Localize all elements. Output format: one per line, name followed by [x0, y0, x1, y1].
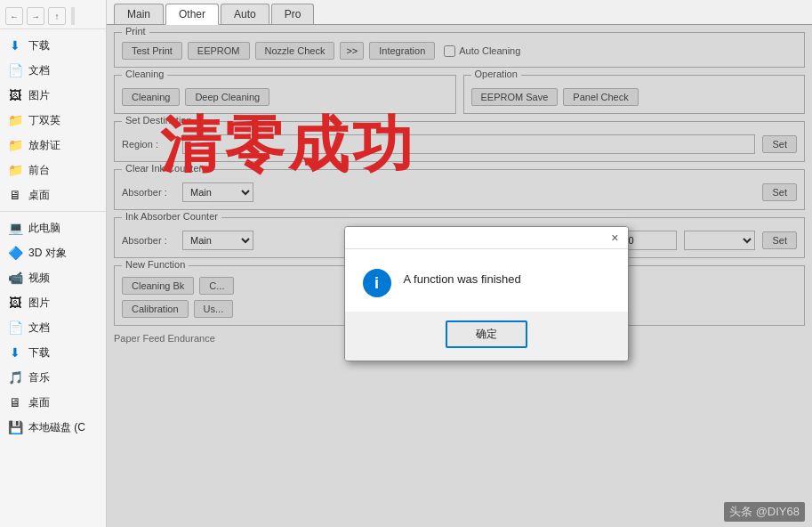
3d-icon: 🔷 — [7, 245, 23, 261]
desktop-icon: 🖥 — [7, 187, 23, 203]
music-icon: 🎵 — [7, 369, 23, 385]
sidebar-item-label: 3D 对象 — [28, 246, 67, 261]
tab-bar: Main Other Auto Pro — [107, 0, 812, 25]
folder-icon: 📁 — [7, 162, 23, 178]
back-button[interactable]: ← — [5, 7, 23, 25]
dialog-close-button[interactable]: × — [607, 231, 622, 245]
dialog-body: i A function was finished — [345, 249, 628, 312]
dialog-ok-button[interactable]: 确定 — [446, 320, 527, 348]
sidebar-item-3dobject[interactable]: 🔷 3D 对象 — [0, 240, 106, 265]
main-content: Main Other Auto Pro Print Test Print EEP… — [107, 0, 812, 527]
folder-icon: 📁 — [7, 112, 23, 128]
sidebar: ← → ↑ ⬇ 下载 📄 文档 🖼 图片 📁 丁双英 📁 放射证 📁 前台 🖥 … — [0, 0, 107, 527]
sidebar-item-label: 视频 — [28, 271, 50, 286]
sidebar-item-downloads[interactable]: ⬇ 下载 — [0, 33, 106, 58]
sidebar-item-label: 图片 — [28, 296, 50, 311]
sidebar-nav: ← → ↑ — [0, 4, 106, 29]
sidebar-item-label: 本地磁盘 (C — [28, 420, 85, 435]
up-button[interactable]: ↑ — [48, 7, 66, 25]
sidebar-item-label: 图片 — [28, 88, 50, 103]
sidebar-item-pictures2[interactable]: 🖼 图片 — [0, 290, 106, 315]
dialog: × i A function was finished 确定 — [344, 226, 629, 361]
desktop2-icon: 🖥 — [7, 394, 23, 410]
pictures-icon: 🖼 — [7, 87, 23, 103]
dialog-footer: 确定 — [345, 312, 628, 361]
sidebar-item-video[interactable]: 📹 视频 — [0, 265, 106, 290]
panel: Print Test Print EEPROM Nozzle Check >> … — [107, 25, 812, 527]
sidebar-item-desktop2[interactable]: 🖥 桌面 — [0, 390, 106, 415]
tab-auto[interactable]: Auto — [221, 4, 269, 24]
forward-button[interactable]: → — [27, 7, 44, 25]
sidebar-item-label: 放射证 — [28, 138, 60, 153]
sidebar-item-pictures[interactable]: 🖼 图片 — [0, 83, 106, 108]
sidebar-item-label: 下载 — [28, 345, 50, 361]
sidebar-item-label: 文档 — [28, 320, 50, 336]
sidebar-item-label: 文档 — [28, 63, 50, 78]
tab-other[interactable]: Other — [165, 4, 219, 25]
folder-icon: 📁 — [7, 137, 23, 153]
download2-icon: ⬇ — [7, 345, 23, 361]
info-icon: i — [363, 269, 391, 297]
sidebar-item-passport[interactable]: 📁 放射证 — [0, 133, 106, 158]
pictures2-icon: 🖼 — [7, 295, 23, 311]
tab-pro[interactable]: Pro — [271, 4, 315, 24]
sidebar-item-thispc[interactable]: 💻 此电脑 — [0, 215, 106, 240]
sidebar-item-label: 下载 — [28, 38, 50, 53]
sidebar-item-localdisk[interactable]: 💾 本地磁盘 (C — [0, 415, 106, 440]
download-icon: ⬇ — [7, 37, 23, 53]
sidebar-item-qiantai[interactable]: 📁 前台 — [0, 158, 106, 182]
sidebar-item-label: 丁双英 — [28, 113, 60, 128]
sidebar-item-music[interactable]: 🎵 音乐 — [0, 365, 106, 390]
document2-icon: 📄 — [7, 320, 23, 336]
sidebar-item-documents2[interactable]: 📄 文档 — [0, 315, 106, 340]
sidebar-item-label: 前台 — [28, 163, 50, 178]
sidebar-item-label: 音乐 — [28, 370, 50, 385]
dialog-message: A function was finished — [404, 267, 521, 286]
dialog-titlebar: × — [345, 227, 628, 249]
sidebar-item-dyingying[interactable]: 📁 丁双英 — [0, 108, 106, 133]
sidebar-item-documents[interactable]: 📄 文档 — [0, 58, 106, 83]
sidebar-item-desktop[interactable]: 🖥 桌面 — [0, 182, 106, 207]
sidebar-item-label: 桌面 — [28, 395, 50, 410]
video-icon: 📹 — [7, 270, 23, 286]
sidebar-item-label: 此电脑 — [28, 221, 60, 236]
dialog-backdrop: × i A function was finished 确定 — [107, 25, 812, 527]
computer-icon: 💻 — [7, 220, 23, 236]
tab-main[interactable]: Main — [114, 4, 164, 24]
document-icon: 📄 — [7, 62, 23, 78]
disk-icon: 💾 — [7, 419, 23, 435]
sidebar-item-downloads2[interactable]: ⬇ 下载 — [0, 340, 106, 365]
sidebar-item-label: 桌面 — [28, 188, 50, 203]
